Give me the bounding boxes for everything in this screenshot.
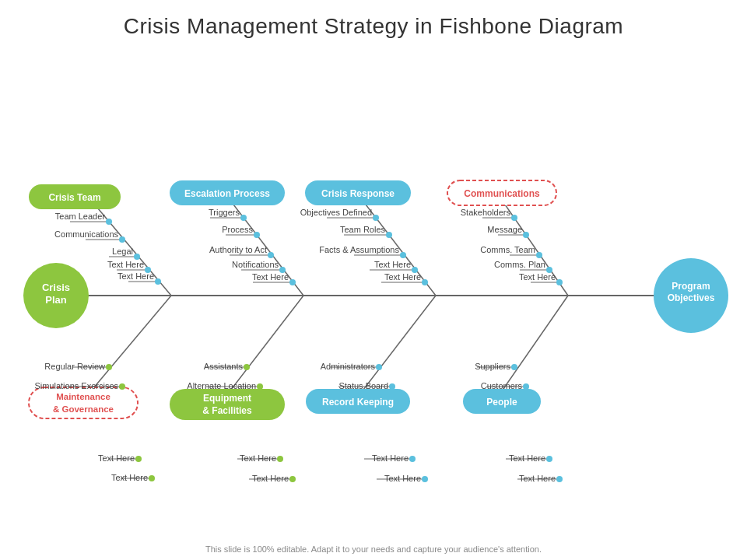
svg-text:Triggers: Triggers: [209, 208, 240, 217]
svg-text:Text Here: Text Here: [252, 272, 289, 282]
svg-point-109: [289, 476, 296, 482]
svg-point-65: [511, 215, 517, 221]
svg-text:Crisis: Crisis: [42, 282, 70, 293]
svg-text:& Governance: & Governance: [53, 404, 114, 414]
svg-point-50: [386, 232, 392, 238]
svg-point-90: [135, 456, 142, 462]
svg-point-35: [268, 252, 274, 258]
svg-text:Text Here: Text Here: [240, 453, 276, 463]
svg-point-124: [422, 476, 428, 482]
svg-text:Text Here: Text Here: [519, 474, 556, 483]
svg-point-103: [257, 383, 263, 390]
svg-text:Text Here: Text Here: [519, 272, 556, 282]
svg-text:Text Here: Text Here: [384, 272, 421, 282]
svg-text:Stakeholders: Stakeholders: [461, 208, 511, 217]
svg-text:Assistants: Assistants: [204, 362, 244, 371]
svg-point-139: [556, 476, 563, 482]
svg-text:Program: Program: [672, 281, 710, 292]
svg-text:Team Leader: Team Leader: [55, 212, 106, 221]
svg-text:Text Here: Text Here: [384, 474, 421, 483]
svg-text:Plan: Plan: [45, 294, 67, 306]
svg-point-87: [119, 383, 125, 390]
svg-point-68: [523, 232, 529, 238]
svg-text:Text Here: Text Here: [98, 453, 135, 463]
svg-text:People: People: [486, 397, 517, 408]
svg-text:Equipment: Equipment: [203, 393, 251, 404]
svg-point-47: [373, 215, 379, 221]
svg-text:Comms. Plan: Comms. Plan: [494, 260, 545, 269]
svg-point-121: [409, 456, 416, 462]
svg-point-136: [546, 456, 552, 462]
svg-text:Text Here: Text Here: [509, 453, 545, 463]
svg-text:Text Here: Text Here: [111, 473, 148, 482]
svg-text:Objectives Defined: Objectives Defined: [300, 208, 372, 217]
svg-point-106: [277, 456, 283, 462]
svg-text:Customers: Customers: [481, 381, 523, 390]
svg-point-53: [400, 252, 406, 258]
svg-text:Objectives: Objectives: [668, 292, 715, 303]
svg-point-100: [244, 364, 250, 370]
fishbone-diagram: Crisis Plan Program Objectives Crisis Te…: [0, 62, 747, 529]
svg-text:Facts & Assumptions: Facts & Assumptions: [319, 245, 399, 254]
svg-text:Comms. Team: Comms. Team: [480, 245, 535, 254]
svg-point-59: [422, 279, 428, 285]
svg-point-84: [106, 364, 112, 370]
svg-text:Simulations Exercises: Simulations Exercises: [34, 381, 118, 390]
svg-text:Crisis Team: Crisis Team: [48, 192, 100, 203]
svg-point-71: [536, 252, 542, 258]
svg-text:Alternate Location: Alternate Location: [187, 381, 256, 390]
svg-text:Communications: Communications: [54, 229, 118, 239]
svg-point-14: [119, 236, 125, 243]
svg-point-17: [134, 254, 140, 260]
svg-point-93: [149, 475, 155, 481]
svg-text:Crisis Response: Crisis Response: [321, 188, 395, 199]
svg-point-118: [389, 383, 395, 390]
svg-text:Authority to Act: Authority to Act: [209, 245, 267, 254]
svg-point-133: [523, 383, 529, 390]
svg-point-32: [254, 232, 260, 238]
svg-text:Maintenance: Maintenance: [56, 392, 110, 401]
svg-text:& Facilities: & Facilities: [202, 405, 252, 416]
svg-text:Notifications: Notifications: [232, 260, 279, 269]
svg-text:Text Here: Text Here: [107, 260, 144, 269]
svg-text:Legal: Legal: [112, 247, 133, 256]
svg-line-79: [89, 296, 171, 393]
svg-text:Communications: Communications: [464, 188, 540, 199]
svg-text:Escalation Process: Escalation Process: [184, 188, 270, 199]
svg-text:Record Keeping: Record Keeping: [322, 397, 394, 408]
svg-point-11: [106, 219, 112, 225]
svg-text:Process: Process: [222, 225, 253, 234]
svg-point-23: [155, 278, 161, 285]
footer-text: This slide is 100% editable. Adapt it to…: [0, 544, 747, 554]
svg-point-29: [240, 215, 247, 221]
page-title: Crisis Management Strategy in Fishbone D…: [0, 0, 747, 39]
svg-text:Regular Review: Regular Review: [44, 362, 105, 371]
svg-text:Text Here: Text Here: [117, 271, 154, 281]
svg-text:Team Roles: Team Roles: [340, 225, 386, 234]
svg-text:Administrators: Administrators: [321, 362, 376, 371]
svg-text:Text Here: Text Here: [252, 474, 289, 483]
svg-text:Status Board: Status Board: [338, 381, 388, 390]
svg-text:Message: Message: [487, 225, 522, 234]
svg-point-77: [556, 279, 563, 285]
svg-text:Text Here: Text Here: [372, 453, 409, 463]
svg-text:Text Here: Text Here: [374, 260, 411, 269]
svg-point-115: [376, 364, 382, 370]
svg-text:Suppliers: Suppliers: [475, 362, 510, 371]
svg-point-41: [289, 279, 296, 285]
svg-point-130: [511, 364, 517, 370]
